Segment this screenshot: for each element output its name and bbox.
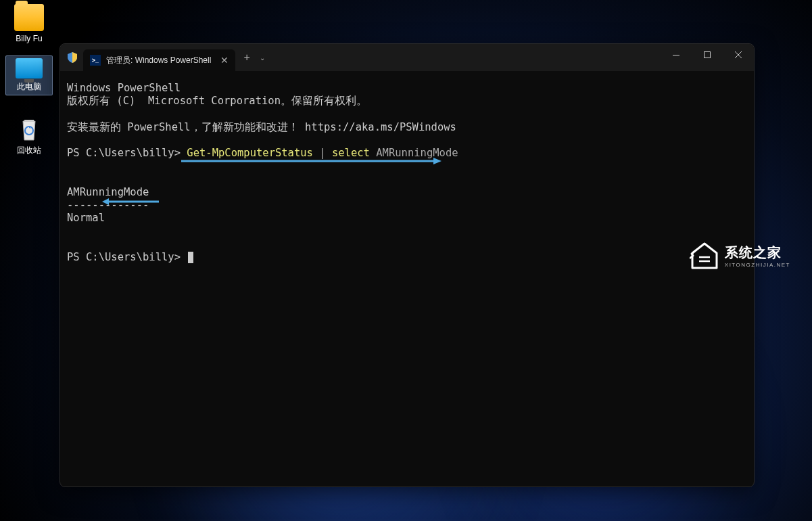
result-column-header: AMRunningMode [67, 186, 747, 199]
tab-title: 管理员: Windows PowerShell [106, 55, 211, 66]
svg-rect-1 [673, 55, 679, 55]
command-line-1: PS C:\Users\billy> Get-MpComputerStatus … [67, 147, 747, 160]
icon-label: 此电脑 [6, 81, 52, 93]
minimize-icon [673, 55, 679, 55]
command-line-2: PS C:\Users\billy> [67, 251, 747, 264]
result-value: Normal [67, 212, 747, 225]
watermark: 系统之家 XITONGZHIJIA.NET [690, 242, 790, 269]
powershell-icon: >_ [90, 55, 101, 66]
tab-close-button[interactable]: ✕ [220, 55, 229, 65]
powershell-link[interactable]: https://aka.ms/PSWindows [305, 121, 456, 133]
terminal-cursor [188, 252, 193, 263]
terminal-output[interactable]: Windows PowerShell 版权所有 (C) Microsoft Co… [60, 71, 754, 275]
result-divider: ------------- [67, 199, 747, 212]
desktop-icon-recycle-bin[interactable]: 回收站 [5, 115, 53, 156]
output-install-hint: 安装最新的 PowerShell，了解新功能和改进！ https://aka.m… [67, 121, 747, 134]
desktop-icon-user-folder[interactable]: Billy Fu [5, 4, 53, 43]
admin-shield-icon [67, 52, 78, 63]
terminal-window: >_ 管理员: Windows PowerShell ✕ + ⌄ Windows… [59, 43, 755, 487]
output-header: Windows PowerShell [67, 82, 747, 95]
watermark-subtitle: XITONGZHIJIA.NET [725, 262, 790, 268]
titlebar[interactable]: >_ 管理员: Windows PowerShell ✕ + ⌄ [60, 44, 754, 71]
maximize-button[interactable] [692, 44, 723, 66]
icon-label: 回收站 [5, 145, 53, 156]
recycle-bin-icon [14, 115, 44, 142]
tab-dropdown-button[interactable]: ⌄ [260, 54, 265, 62]
watermark-title: 系统之家 [725, 244, 790, 262]
output-copyright: 版权所有 (C) Microsoft Corporation。保留所有权利。 [67, 95, 747, 108]
close-icon [735, 51, 742, 58]
folder-icon [14, 4, 44, 31]
monitor-icon [16, 58, 43, 78]
desktop-icon-this-pc[interactable]: 此电脑 [5, 55, 53, 95]
close-button[interactable] [723, 44, 754, 66]
minimize-button[interactable] [661, 44, 692, 66]
icon-label: Billy Fu [5, 34, 53, 43]
tab-powershell[interactable]: >_ 管理员: Windows PowerShell ✕ [83, 49, 235, 71]
maximize-icon [704, 51, 711, 58]
new-tab-button[interactable]: + [243, 51, 249, 64]
svg-rect-2 [704, 52, 711, 58]
watermark-logo-icon [690, 242, 719, 269]
